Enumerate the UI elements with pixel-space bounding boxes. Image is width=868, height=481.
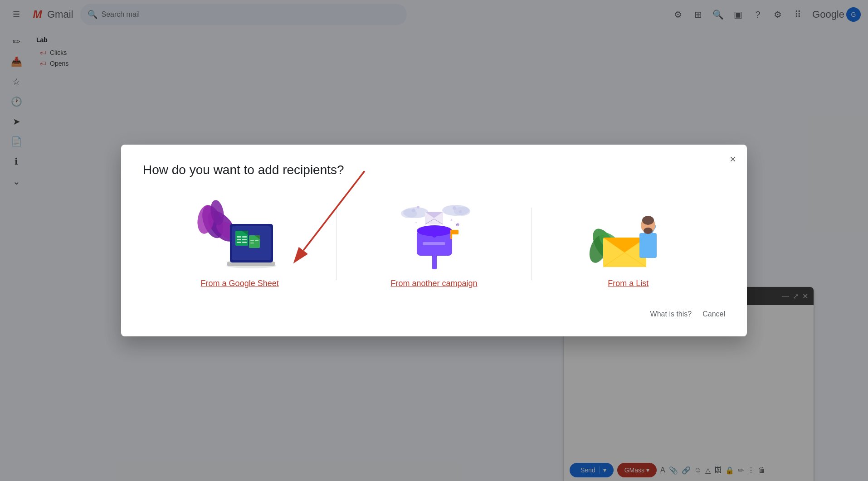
svg-point-57 xyxy=(642,216,654,225)
svg-rect-44 xyxy=(450,230,452,239)
svg-point-56 xyxy=(644,228,653,234)
svg-rect-14 xyxy=(242,236,247,238)
mailbox-illustration-container: + + ⊕ xyxy=(389,199,479,272)
svg-text:+: + xyxy=(415,221,417,225)
svg-rect-17 xyxy=(237,242,241,243)
svg-rect-21 xyxy=(250,240,254,241)
option-google-sheet[interactable]: From a Google Sheet xyxy=(143,199,336,288)
svg-rect-15 xyxy=(237,239,241,240)
list-link[interactable]: From a List xyxy=(608,279,649,288)
svg-rect-22 xyxy=(255,240,258,241)
svg-rect-45 xyxy=(452,230,458,234)
modal-overlay: × How do you want to add recipients? xyxy=(0,0,868,481)
options-row: From a Google Sheet xyxy=(143,199,725,288)
svg-rect-18 xyxy=(242,242,247,243)
list-illustration-container xyxy=(583,199,673,272)
sheet-illustration-container xyxy=(195,199,285,272)
svg-text:⊕: ⊕ xyxy=(456,222,459,227)
option-list[interactable]: From a List xyxy=(532,199,725,288)
svg-rect-42 xyxy=(423,242,445,245)
list-svg xyxy=(583,199,673,272)
another-campaign-link[interactable]: From another campaign xyxy=(390,279,477,288)
svg-point-31 xyxy=(454,207,470,216)
svg-text:+: + xyxy=(450,218,453,223)
modal-footer: What is this? Cancel xyxy=(143,310,725,318)
recipients-modal: × How do you want to add recipients? xyxy=(121,145,747,336)
svg-rect-23 xyxy=(250,243,254,243)
option-another-campaign[interactable]: + + ⊕ xyxy=(337,199,531,288)
svg-point-43 xyxy=(432,233,437,238)
sheet-svg xyxy=(195,199,285,272)
modal-close-button[interactable]: × xyxy=(730,154,736,165)
google-sheet-link[interactable]: From a Google Sheet xyxy=(201,279,279,288)
cancel-button[interactable]: Cancel xyxy=(702,310,725,318)
svg-rect-53 xyxy=(639,233,657,258)
mailbox-svg: + + ⊕ xyxy=(389,199,479,272)
what-is-this-link[interactable]: What is this? xyxy=(650,310,692,318)
modal-title: How do you want to add recipients? xyxy=(143,163,725,177)
svg-rect-13 xyxy=(237,236,241,238)
svg-rect-16 xyxy=(242,239,247,240)
svg-point-29 xyxy=(401,209,417,218)
